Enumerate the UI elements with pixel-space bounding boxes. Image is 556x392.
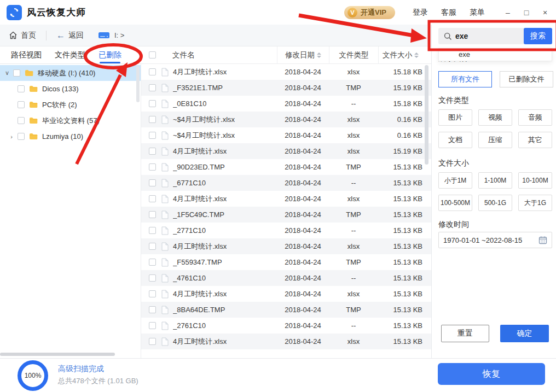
tree-item-checkbox[interactable] [18, 85, 25, 92]
open-vip-button[interactable]: V 开通VIP [344, 6, 395, 19]
file-size-option[interactable]: 1-100M [478, 172, 512, 189]
menu-link[interactable]: 菜单 [470, 8, 485, 17]
support-link[interactable]: 客服 [441, 8, 456, 17]
row-checkbox[interactable] [149, 100, 156, 107]
file-size-option[interactable]: 100-500M [438, 195, 472, 211]
row-checkbox[interactable] [149, 163, 156, 171]
table-row[interactable]: _1F5C49C.TMP 2018-04-24 TMP 15.13 KB [141, 207, 431, 223]
table-row[interactable]: 4月工时统计.xlsx 2018-04-24 xlsx 15.13 KB [141, 238, 431, 254]
table-row[interactable]: _F3521E1.TMP 2018-04-24 TMP 15.19 KB [141, 80, 431, 96]
tree-item[interactable]: Dicos (133) [0, 81, 141, 97]
header-date[interactable]: 修改日期 [277, 46, 329, 64]
table-row[interactable]: _4761C10 2018-04-24 -- 15.13 KB [141, 270, 431, 286]
table-row[interactable]: 4月工时统计.xlsx 2018-04-24 xlsx 15.19 KB [141, 143, 431, 159]
tab[interactable]: 文件类型 [55, 46, 85, 64]
row-checkbox[interactable] [149, 290, 156, 297]
file-type-option[interactable]: 其它 [518, 132, 552, 148]
table-row[interactable]: _2771C10 2018-04-24 -- 15.13 KB [141, 223, 431, 238]
row-checkbox[interactable] [149, 322, 156, 329]
tree-item-checkbox[interactable] [18, 133, 25, 140]
file-type-option[interactable]: 音频 [518, 109, 552, 126]
table-vertical-scrollbar[interactable] [425, 65, 428, 165]
row-checkbox[interactable] [149, 179, 156, 186]
file-date: 2018-04-24 [277, 115, 329, 124]
file-type-option[interactable]: 压缩 [478, 132, 512, 148]
tree-item[interactable]: ∨ 移动硬盘 (I:) (410) [0, 65, 141, 81]
file-size-option[interactable]: 大于1G [518, 195, 552, 211]
search-input[interactable] [455, 32, 526, 40]
confirm-button[interactable]: 确定 [500, 325, 549, 342]
deleted-files-button[interactable]: 已删除文件 [500, 71, 553, 87]
tree-item[interactable]: PC软件 (2) [0, 97, 141, 113]
tree-item[interactable]: › Lzumiya (10) [0, 128, 141, 144]
row-checkbox[interactable] [149, 68, 156, 75]
file-type: TMP [329, 210, 378, 219]
maximize-button[interactable]: □ [522, 8, 531, 17]
row-checkbox[interactable] [149, 274, 156, 282]
close-button[interactable]: × [541, 8, 549, 17]
file-size: 15.13 KB [378, 163, 431, 171]
table-row[interactable]: _2761C10 2018-04-24 -- 15.13 KB [141, 318, 431, 334]
recover-button[interactable]: 恢复 [438, 363, 545, 385]
breadcrumb[interactable]: I: > [98, 31, 124, 39]
table-row[interactable]: ~$4月工时统计.xlsx 2018-04-24 xlsx 0.16 KB [141, 112, 431, 127]
row-checkbox[interactable] [149, 132, 156, 139]
home-button[interactable]: 首页 [9, 31, 36, 40]
chevron-icon[interactable]: ∨ [3, 69, 11, 77]
sidebar-horizontal-scrollbar[interactable] [0, 353, 115, 356]
header-size[interactable]: 文件大小 [378, 46, 431, 64]
chevron-icon[interactable]: › [8, 133, 15, 140]
row-checkbox[interactable] [149, 338, 156, 345]
table-row[interactable]: _90D23ED.TMP 2018-04-24 TMP 15.13 KB [141, 159, 431, 175]
table-row[interactable]: ~$4月工时统计.xlsx 2018-04-24 xlsx 0.16 KB [141, 127, 431, 143]
row-checkbox[interactable] [149, 148, 156, 155]
sort-icon[interactable] [414, 52, 419, 58]
header-type[interactable]: 文件类型 [329, 46, 378, 64]
row-checkbox[interactable] [149, 84, 156, 91]
table-row[interactable]: 4月工时统计.xlsx 2018-04-24 xlsx 15.13 KB [141, 334, 431, 349]
table-row[interactable]: _6771C10 2018-04-24 -- 15.13 KB [141, 175, 431, 191]
tree-item-label: Lzumiya (10) [42, 132, 83, 141]
search-button[interactable]: 搜索 [524, 28, 552, 44]
tree-item-label: PC软件 (2) [42, 100, 77, 110]
table-row[interactable]: 4月工时统计.xlsx 2018-04-24 xlsx 15.18 KB [141, 64, 431, 80]
tree-item[interactable]: 毕业论文资料 (57) [0, 113, 141, 128]
all-files-button[interactable]: 所有文件 [438, 71, 492, 87]
tab[interactable]: 路径视图 [11, 46, 42, 64]
login-link[interactable]: 登录 [413, 8, 428, 17]
file-size-option[interactable]: 10-100M [518, 172, 552, 189]
back-button[interactable]: ← 返回 [56, 31, 84, 40]
row-checkbox[interactable] [149, 195, 156, 202]
row-checkbox[interactable] [149, 243, 156, 250]
file-type-option[interactable]: 文档 [438, 132, 472, 148]
calendar-icon[interactable] [538, 236, 547, 244]
minimize-button[interactable]: – [503, 8, 512, 17]
row-checkbox[interactable] [149, 116, 156, 123]
tree-item-checkbox[interactable] [18, 117, 25, 124]
file-icon [161, 84, 169, 92]
table-row[interactable]: _0E81C10 2018-04-24 -- 15.18 KB [141, 96, 431, 112]
file-type-option[interactable]: 图片 [438, 109, 472, 126]
search-box[interactable]: 搜索 [438, 28, 552, 44]
sort-icon[interactable] [317, 52, 321, 58]
sidebar-vertical-scrollbar[interactable] [136, 66, 140, 102]
select-all-checkbox[interactable] [149, 51, 156, 58]
file-date: 2018-04-24 [277, 274, 329, 282]
tree-item-checkbox[interactable] [18, 101, 25, 108]
row-checkbox[interactable] [149, 259, 156, 266]
table-row[interactable]: _8BA64DE.TMP 2018-04-24 TMP 15.13 KB [141, 302, 431, 318]
tab[interactable]: 已删除 [99, 46, 121, 64]
row-checkbox[interactable] [149, 211, 156, 218]
tree-item-checkbox[interactable] [13, 69, 20, 77]
table-row[interactable]: _F559347.TMP 2018-04-24 TMP 15.13 KB [141, 254, 431, 270]
row-checkbox[interactable] [149, 227, 156, 234]
row-checkbox[interactable] [149, 306, 156, 313]
table-row[interactable]: 4月工时统计.xlsx 2018-04-24 xlsx 15.13 KB [141, 286, 431, 302]
file-type-option[interactable]: 视频 [478, 109, 512, 126]
file-size-option[interactable]: 小于1M [438, 172, 472, 189]
search-suggestion-item[interactable]: exe [438, 48, 552, 61]
table-row[interactable]: 4月工时统计.xlsx 2018-04-24 xlsx 15.13 KB [141, 191, 431, 207]
date-range-input[interactable]: 1970-01-01 ~2022-08-15 [438, 232, 552, 248]
reset-button[interactable]: 重置 [441, 325, 489, 342]
file-size-option[interactable]: 500-1G [478, 195, 512, 211]
